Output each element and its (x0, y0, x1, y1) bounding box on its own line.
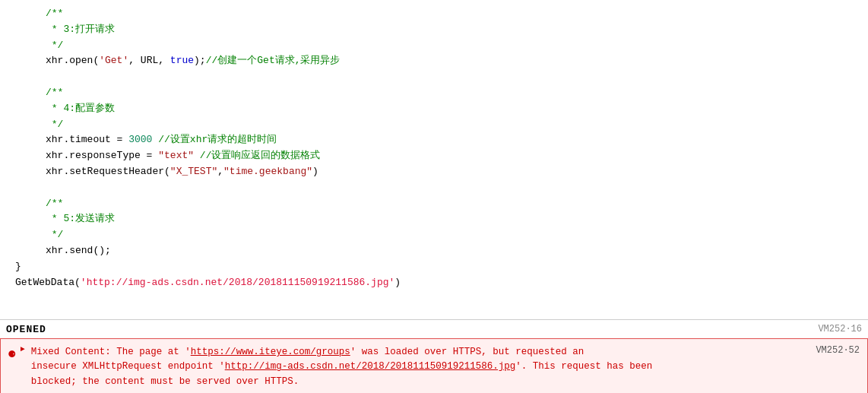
code-line: xhr.responseType = "text" //设置响应返回的数据格式 (0, 148, 868, 164)
code-line: /** (0, 196, 868, 212)
opened-label: OPENED (6, 324, 46, 335)
error-link-csdn[interactable]: http://img-ads.csdn.net/2018/20181115091… (225, 361, 516, 372)
vm-ref-bottom: VM252·16 (818, 324, 862, 334)
code-line: */ (0, 227, 868, 243)
error-line-1: Mixed Content: The page at 'https://www.… (31, 345, 860, 360)
code-line: * 5:发送请求 (0, 211, 868, 227)
code-area: /** * 3:打开请求 */ xhr.open('Get', URL, tru… (0, 0, 868, 319)
code-line: */ (0, 38, 868, 54)
code-line: /** (0, 85, 868, 101)
error-panel: ⚈ ► Mixed Content: The page at 'https://… (0, 338, 868, 393)
error-row: ⚈ ► Mixed Content: The page at 'https://… (8, 345, 860, 389)
code-line (0, 180, 868, 196)
code-line: xhr.timeout = 3000 //设置xhr请求的超时时间 (0, 132, 868, 148)
bottom-status-bar: OPENED VM252·16 (0, 319, 868, 338)
code-line: xhr.send(); (0, 243, 868, 259)
expand-arrow[interactable]: ► (21, 345, 25, 353)
code-line: xhr.open('Get', URL, true);//创建一个Get请求,采… (0, 53, 868, 69)
error-line-3: blocked; the content must be served over… (31, 375, 860, 389)
code-line: GetWebData('http://img-ads.csdn.net/2018… (0, 275, 868, 291)
code-line: /** (0, 6, 868, 22)
code-line: } (0, 259, 868, 275)
error-text-line2: insecure XMLHttpRequest endpoint 'http:/… (31, 361, 653, 372)
error-icon: ⚈ (8, 346, 16, 361)
code-line: */ (0, 117, 868, 133)
error-text-line3: blocked; the content must be served over… (31, 376, 299, 387)
error-text-line1: Mixed Content: The page at 'https://www.… (31, 345, 807, 360)
error-line-2: insecure XMLHttpRequest endpoint 'http:/… (31, 360, 860, 374)
error-link-iteye[interactable]: https://www.iteye.com/groups (191, 347, 350, 357)
vm-ref-error: VM252·52 (816, 345, 860, 356)
error-content: Mixed Content: The page at 'https://www.… (31, 345, 860, 389)
code-line: * 3:打开请求 (0, 22, 868, 38)
code-line (0, 69, 868, 85)
code-line: * 4:配置参数 (0, 101, 868, 117)
code-line: xhr.setRequestHeader("X_TEST","time.geek… (0, 164, 868, 180)
